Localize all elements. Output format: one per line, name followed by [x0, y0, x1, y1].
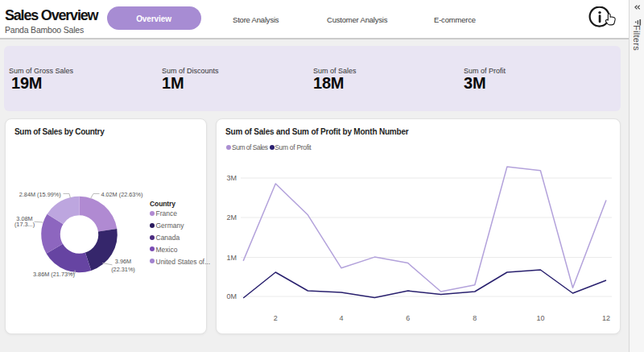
- svg-text:6: 6: [406, 314, 410, 322]
- svg-text:10: 10: [536, 314, 544, 322]
- svg-text:3M: 3M: [226, 174, 237, 182]
- svg-text:4: 4: [339, 314, 343, 322]
- svg-text:2M: 2M: [226, 213, 237, 222]
- svg-text:(22.31%): (22.31%): [111, 266, 135, 273]
- svg-text:3.96M: 3.96M: [115, 258, 131, 265]
- svg-text:3.86M (21.73%): 3.86M (21.73%): [33, 271, 75, 278]
- svg-text:1M: 1M: [226, 254, 237, 262]
- svg-text:2.84M (15.99%): 2.84M (15.99%): [19, 191, 61, 198]
- svg-text:4.02M (22.63%): 4.02M (22.63%): [101, 191, 142, 198]
- svg-text:0M: 0M: [226, 292, 237, 300]
- svg-text:8: 8: [473, 314, 477, 322]
- svg-text:2: 2: [274, 314, 278, 322]
- svg-text:12: 12: [602, 314, 610, 322]
- svg-text:(17.3...): (17.3...): [14, 221, 35, 228]
